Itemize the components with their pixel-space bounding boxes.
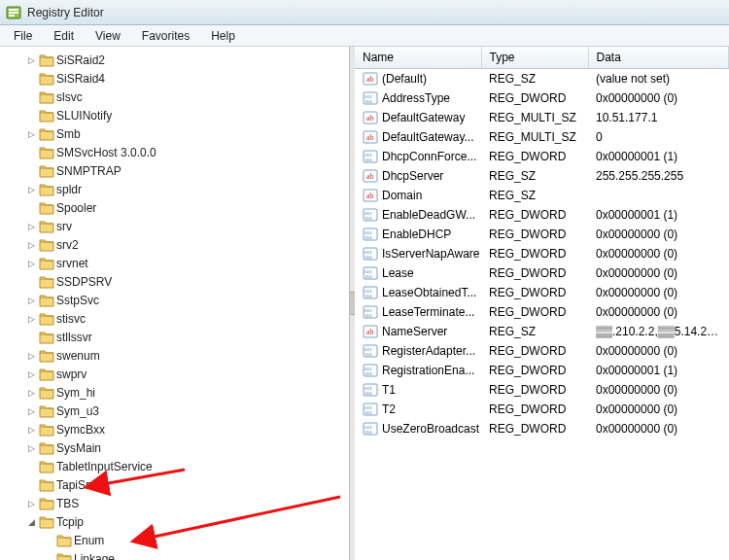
- expand-icon[interactable]: ▷: [25, 295, 37, 306]
- tree-item-label: SiSRaid2: [56, 53, 105, 67]
- table-row[interactable]: LeaseREG_DWORD0x00000000 (0): [355, 263, 729, 283]
- table-row[interactable]: DomainREG_SZ: [355, 186, 729, 205]
- tree-pane[interactable]: ▷SiSRaid2▷SiSRaid4▷slsvc▷SLUINotify▷Smb▷…: [0, 47, 350, 560]
- menu-view[interactable]: View: [86, 27, 130, 45]
- tree-item[interactable]: ▷TapiSrv: [2, 475, 349, 494]
- folder-icon: [39, 274, 54, 290]
- table-row[interactable]: UseZeroBroadcastREG_DWORD0x00000000 (0): [355, 419, 729, 438]
- tree-item[interactable]: ◢Tcpip: [2, 512, 349, 531]
- string-value-icon: [363, 71, 378, 87]
- tree-item[interactable]: ▷stllssvr: [2, 328, 349, 346]
- tree-item[interactable]: ▷Sym_hi: [2, 383, 349, 402]
- folder-icon: [39, 219, 54, 234]
- value-name: (Default): [382, 72, 427, 86]
- value-type: REG_DWORD: [481, 88, 588, 108]
- table-row[interactable]: LeaseTerminate...REG_DWORD0x00000000 (0): [355, 302, 729, 322]
- menu-file[interactable]: File: [4, 27, 42, 45]
- expand-icon[interactable]: ▷: [25, 424, 37, 436]
- table-row[interactable]: DhcpServerREG_SZ255.255.255.255: [355, 166, 729, 186]
- menu-favorites[interactable]: Favorites: [132, 27, 199, 45]
- value-type: REG_DWORD: [481, 263, 588, 283]
- splitter[interactable]: [350, 47, 355, 560]
- tree-item[interactable]: ▷srv: [2, 217, 349, 235]
- expand-icon[interactable]: ▷: [25, 258, 37, 269]
- tree-item[interactable]: ▷SiSRaid4: [2, 69, 349, 88]
- expand-icon[interactable]: ▷: [25, 313, 37, 325]
- expand-icon[interactable]: ▷: [25, 442, 37, 454]
- expand-icon[interactable]: ▷: [25, 54, 37, 66]
- table-row[interactable]: DhcpConnForce...REG_DWORD0x00000001 (1): [355, 147, 729, 166]
- col-type[interactable]: Type: [481, 47, 588, 69]
- tree-item[interactable]: ▷TBS: [2, 494, 349, 512]
- expand-icon[interactable]: ▷: [25, 184, 37, 195]
- folder-icon: [39, 514, 54, 530]
- tree-item[interactable]: ▷Spooler: [2, 198, 349, 217]
- tree-item[interactable]: ▷Sym_u3: [2, 402, 349, 420]
- expand-icon[interactable]: ▷: [25, 498, 37, 509]
- tree-item[interactable]: ▷stisvc: [2, 309, 349, 328]
- tree-item[interactable]: ▷srvnet: [2, 254, 349, 272]
- table-row[interactable]: DefaultGateway...REG_MULTI_SZ0: [355, 127, 729, 147]
- menu-help[interactable]: Help: [201, 27, 245, 45]
- table-row[interactable]: EnableDeadGW...REG_DWORD0x00000001 (1): [355, 205, 729, 225]
- tree-item[interactable]: ▷slsvc: [2, 88, 349, 106]
- value-data: 0x00000000 (0): [588, 244, 729, 263]
- folder-icon: [39, 348, 54, 364]
- tree-item[interactable]: ▷Smb: [2, 124, 349, 143]
- tree-item[interactable]: ▷SNMPTRAP: [2, 161, 349, 180]
- col-data[interactable]: Data: [588, 47, 729, 69]
- tree-item[interactable]: ▷TabletInputService: [2, 457, 349, 475]
- tree-item[interactable]: ▷Enum: [2, 531, 349, 549]
- tree-item-label: srv2: [56, 238, 79, 252]
- tree-item-label: TapiSrv: [56, 478, 95, 492]
- table-row[interactable]: EnableDHCPREG_DWORD0x00000000 (0): [355, 225, 729, 244]
- tree-item[interactable]: ▷Linkage: [2, 549, 349, 560]
- binary-value-icon: [363, 343, 378, 359]
- tree-item[interactable]: ▷SysMain: [2, 438, 349, 457]
- expand-icon[interactable]: ▷: [25, 221, 37, 232]
- table-row[interactable]: T1REG_DWORD0x00000000 (0): [355, 380, 729, 400]
- tree-item[interactable]: ▷SMSvcHost 3.0.0.0: [2, 143, 349, 161]
- table-row[interactable]: LeaseObtainedT...REG_DWORD0x00000000 (0): [355, 283, 729, 302]
- tree-item[interactable]: ▷swprv: [2, 365, 349, 383]
- table-row[interactable]: NameServerREG_SZ▒▒.210.2.2,▒▒5.14.239.2: [355, 322, 729, 341]
- collapse-icon[interactable]: ◢: [25, 516, 37, 528]
- expand-icon[interactable]: ▷: [25, 405, 37, 417]
- menu-edit[interactable]: Edit: [44, 27, 84, 45]
- value-data: 0: [588, 127, 729, 147]
- tree-item[interactable]: ▷spldr: [2, 180, 349, 198]
- tree-item[interactable]: ▷SymcBxx: [2, 420, 349, 438]
- tree-item[interactable]: ▷SstpSvc: [2, 291, 349, 309]
- folder-icon: [39, 71, 54, 87]
- tree-item-label: slsvc: [56, 90, 83, 104]
- expand-icon[interactable]: ▷: [25, 239, 37, 251]
- value-data: 0x00000000 (0): [588, 225, 729, 244]
- value-type: REG_DWORD: [481, 341, 588, 361]
- expand-icon[interactable]: ▷: [25, 387, 37, 399]
- tree-item-label: SstpSvc: [56, 294, 99, 307]
- table-row[interactable]: T2REG_DWORD0x00000000 (0): [355, 400, 729, 419]
- tree-item-label: spldr: [56, 183, 82, 196]
- value-type: REG_SZ: [481, 69, 588, 89]
- table-row[interactable]: DefaultGatewayREG_MULTI_SZ10.51.177.1: [355, 108, 729, 127]
- expand-icon[interactable]: ▷: [25, 128, 37, 140]
- table-row[interactable]: IsServerNapAwareREG_DWORD0x00000000 (0): [355, 244, 729, 263]
- tree-item-label: Tcpip: [56, 515, 84, 529]
- tree-item[interactable]: ▷srv2: [2, 235, 349, 254]
- table-row[interactable]: AddressTypeREG_DWORD0x00000000 (0): [355, 88, 729, 108]
- col-name[interactable]: Name: [355, 47, 481, 69]
- window-title: Registry Editor: [27, 6, 104, 19]
- expand-icon[interactable]: ▷: [25, 368, 37, 380]
- tree-item[interactable]: ▷swenum: [2, 346, 349, 365]
- table-row[interactable]: RegistrationEna...REG_DWORD0x00000001 (1…: [355, 361, 729, 380]
- tree-item[interactable]: ▷SiSRaid2: [2, 51, 349, 69]
- tree-item[interactable]: ▷SSDPSRV: [2, 272, 349, 291]
- list-pane[interactable]: Name Type Data (Default)REG_SZ(value not…: [355, 47, 729, 560]
- tree-item[interactable]: ▷SLUINotify: [2, 106, 349, 124]
- table-row[interactable]: (Default)REG_SZ(value not set): [355, 69, 729, 89]
- folder-icon: [39, 385, 54, 401]
- expand-icon[interactable]: ▷: [25, 350, 37, 362]
- value-type: REG_DWORD: [481, 225, 588, 244]
- string-value-icon: [363, 129, 378, 145]
- table-row[interactable]: RegisterAdapter...REG_DWORD0x00000000 (0…: [355, 341, 729, 361]
